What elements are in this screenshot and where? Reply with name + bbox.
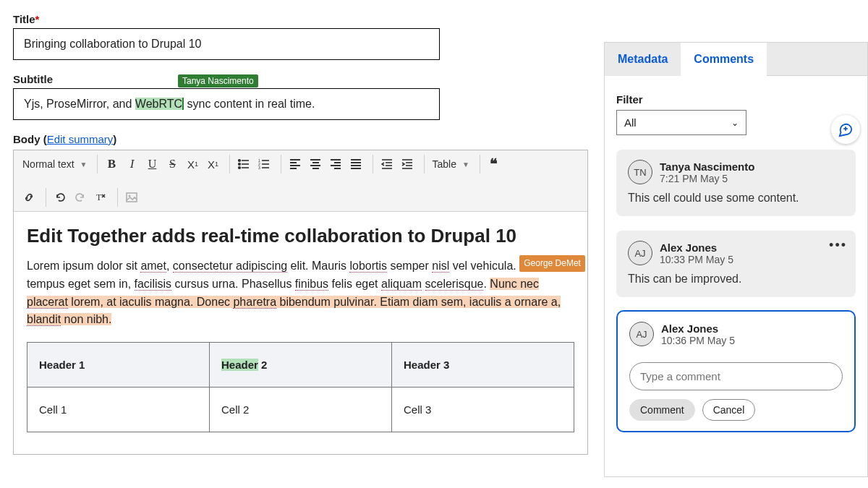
svg-text:T: T	[96, 192, 102, 202]
subtitle-label: Subtitle	[13, 73, 590, 85]
blockquote-button[interactable]: ❝	[485, 155, 503, 174]
svg-point-5	[239, 163, 241, 166]
content-heading: Edit Together adds real-time collaborati…	[27, 225, 574, 247]
align-left-button[interactable]	[286, 155, 305, 174]
table-dropdown[interactable]: Table▼	[429, 155, 472, 174]
comment-menu-icon[interactable]: •••	[829, 238, 847, 253]
editor: Normal text▼ B I U S X1 X1 123	[13, 150, 588, 455]
redo-button[interactable]	[71, 188, 90, 207]
comment-compose: AJ Alex Jones 10:36 PM May 5 Comment Can…	[616, 310, 856, 432]
comment-body: This cell could use some content.	[628, 192, 844, 205]
outdent-button[interactable]	[378, 155, 396, 174]
numbered-list-button[interactable]: 123	[255, 155, 273, 174]
italic-button[interactable]: I	[122, 155, 141, 174]
collab-selection: WebRTC	[135, 98, 182, 110]
filter-label: Filter	[616, 93, 856, 106]
align-center-button[interactable]	[306, 155, 325, 174]
bulleted-list-button[interactable]	[234, 155, 253, 174]
svg-point-7	[239, 167, 241, 169]
subscript-button[interactable]: X1	[183, 155, 202, 174]
avatar-initials: TN	[628, 160, 652, 184]
superscript-button[interactable]: X1	[203, 155, 222, 174]
presence-tag-tanya: Tanya Nascimento	[178, 74, 258, 87]
add-comment-button[interactable]	[831, 115, 860, 144]
undo-button[interactable]	[51, 188, 69, 207]
align-right-button[interactable]	[326, 155, 345, 174]
tab-metadata[interactable]: Metadata	[605, 43, 681, 76]
table-row: Cell 1 Cell 2 Cell 3	[27, 388, 574, 432]
comment-time: 10:36 PM May 5	[661, 335, 735, 346]
table-header-cell[interactable]: Header 3	[392, 343, 574, 388]
comment-author: Alex Jones	[661, 322, 735, 335]
comment-input[interactable]	[629, 362, 843, 390]
comment-body: This can be improved.	[628, 273, 844, 286]
content-table[interactable]: Header 1 Header 2 Header 3 Cell 1 Cell 2…	[27, 342, 574, 432]
sidebar-tabs: Metadata Comments	[604, 42, 868, 76]
table-cell[interactable]: Cell 1	[27, 388, 210, 432]
editor-body[interactable]: Edit Together adds real-time collaborati…	[14, 212, 587, 454]
subtitle-input[interactable]: Yjs, ProseMirror, and WebRTC sync conten…	[13, 88, 440, 120]
toolbar: Normal text▼ B I U S X1 X1 123	[14, 150, 587, 212]
comment-card[interactable]: ••• AJ Alex Jones 10:33 PM May 5 This ca…	[616, 231, 856, 297]
comment-author: Alex Jones	[660, 241, 733, 254]
indent-button[interactable]	[398, 155, 417, 174]
comment-submit-button[interactable]: Comment	[629, 399, 695, 421]
chevron-down-icon: ⌄	[731, 118, 739, 128]
svg-point-3	[239, 160, 241, 162]
comment-time: 7:21 PM May 5	[660, 173, 754, 184]
comment-author: Tanya Nascimento	[660, 160, 754, 173]
filter-select[interactable]: All ⌄	[616, 110, 746, 135]
comment-card[interactable]: TN Tanya Nascimento 7:21 PM May 5 This c…	[616, 150, 856, 216]
svg-text:3: 3	[258, 166, 260, 170]
table-header-row: Header 1 Header 2 Header 3	[27, 343, 574, 388]
tab-comments[interactable]: Comments	[681, 43, 767, 76]
table-cell[interactable]: Cell 2	[210, 388, 392, 432]
clear-format-button[interactable]: T	[91, 188, 110, 207]
table-header-cell[interactable]: Header 2	[210, 343, 392, 388]
avatar-initials: AJ	[629, 322, 654, 346]
comment-time: 10:33 PM May 5	[660, 254, 733, 265]
content-paragraph: Lorem ipsum dolor sit amet, consectetur …	[27, 257, 574, 329]
link-button[interactable]	[20, 188, 38, 207]
strikethrough-button[interactable]: S	[163, 155, 182, 174]
underline-button[interactable]: U	[142, 155, 161, 174]
table-header-cell[interactable]: Header 1	[27, 343, 210, 388]
table-cell[interactable]: Cell 3	[392, 388, 574, 432]
align-justify-button[interactable]	[346, 155, 365, 174]
title-label: Title*	[13, 13, 590, 25]
presence-tag-george: George DeMet	[519, 255, 585, 272]
bold-button[interactable]: B	[102, 155, 121, 174]
image-button[interactable]	[122, 188, 141, 207]
title-input[interactable]: Bringing collaboration to Drupal 10	[13, 28, 440, 60]
avatar-initials: AJ	[628, 241, 652, 265]
body-label: Body (Edit summary)	[13, 133, 590, 145]
comment-cancel-button[interactable]: Cancel	[702, 399, 756, 421]
block-style-dropdown[interactable]: Normal text▼	[20, 155, 90, 174]
edit-summary-link[interactable]: Edit summary	[47, 133, 114, 145]
